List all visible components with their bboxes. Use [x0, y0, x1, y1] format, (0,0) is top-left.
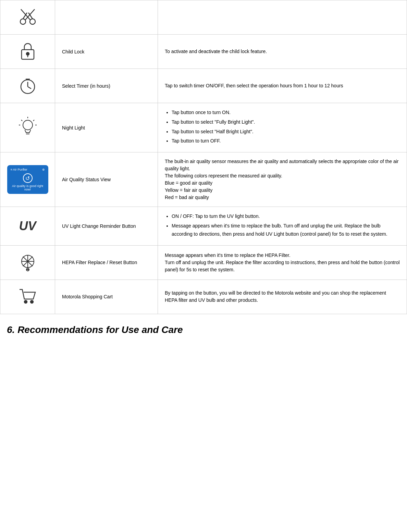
svg-line-20	[21, 120, 22, 121]
name-cell-uv-light: UV Light Change Reminder Button	[55, 207, 158, 245]
desc-line: The following colors represent the measu…	[165, 173, 282, 178]
desc-line: Yellow = fair air quality	[165, 187, 212, 193]
name-cell-shopping-cart: Motorola Shopping Cart	[55, 280, 158, 314]
bullet-item: Message appears when it's time to replac…	[172, 222, 400, 238]
icon-cell-uv-light: UV	[0, 207, 55, 245]
bullet-item: Tap button to turn OFF.	[172, 137, 400, 145]
desc-cell-child-lock: To activate and deactivate the child loc…	[158, 35, 407, 69]
desc-line: By tapping on the button, you will be di…	[165, 290, 386, 303]
desc-cell-hepa-filter: Message appears when it's time to replac…	[158, 245, 407, 280]
svg-point-30	[24, 300, 27, 303]
bullet-item: Tap button once to turn ON.	[172, 109, 400, 117]
desc-line: Message appears when it's time to replac…	[165, 252, 291, 258]
icon-cell-shopping-cart	[0, 280, 55, 314]
desc-cell-night-light: Tap button once to turn ON.Tap button to…	[158, 103, 407, 152]
bullet-item: Tap button to select "Fully Bright Light…	[172, 118, 400, 126]
bullet-item: Tap button to select "Half Bright Light"…	[172, 128, 400, 136]
desc-line: To activate and deactivate the child loc…	[165, 49, 267, 54]
bullet-item: ON / OFF: Tap to turn the UV light butto…	[172, 212, 400, 221]
empty-name-cell	[55, 0, 158, 35]
icon-cell-child-lock	[0, 35, 55, 69]
desc-line: Red = bad air quality	[165, 195, 209, 200]
name-cell-air-quality: Air Quality Status View	[55, 152, 158, 207]
desc-cell-shopping-cart: By tapping on the button, you will be di…	[158, 280, 407, 314]
svg-point-1	[30, 19, 35, 24]
icon-cell-air-quality: ≡ Air Purifier ⊕ ↺ Air quality is good r…	[0, 152, 55, 207]
svg-line-18	[33, 120, 34, 121]
name-cell-night-light: Night Light	[55, 103, 158, 152]
svg-point-7	[26, 52, 29, 55]
desc-line: Turn off and unplug the unit. Replace th…	[165, 260, 400, 272]
name-cell-hepa-filter: HEPA Filter Replace / Reset Button	[55, 245, 158, 280]
svg-point-14	[23, 120, 33, 130]
desc-cell-uv-light: ON / OFF: Tap to turn the UV light butto…	[158, 207, 407, 245]
desc-line: Tap to switch timer ON/OFF, then select …	[165, 83, 343, 88]
icon-cell-scissors	[0, 0, 55, 35]
features-table: Child LockTo activate and deactivate the…	[0, 0, 407, 314]
svg-point-31	[30, 300, 33, 303]
desc-line: The built-in air quality sensor measures…	[165, 159, 398, 171]
name-cell-timer: Select Timer (in hours)	[55, 69, 158, 103]
desc-cell-timer: Tap to switch timer ON/OFF, then select …	[158, 69, 407, 103]
desc-line: Blue = good air quality	[165, 180, 212, 186]
icon-cell-timer	[0, 69, 55, 103]
svg-point-0	[20, 19, 26, 24]
name-cell-child-lock: Child Lock	[55, 35, 158, 69]
desc-cell-air-quality: The built-in air quality sensor measures…	[158, 152, 407, 207]
section-heading: 6. Recommendations for Use and Care	[0, 314, 407, 339]
empty-desc-cell	[158, 0, 407, 35]
icon-cell-night-light	[0, 103, 55, 152]
svg-line-11	[28, 87, 31, 89]
icon-cell-hepa-filter	[0, 245, 55, 280]
